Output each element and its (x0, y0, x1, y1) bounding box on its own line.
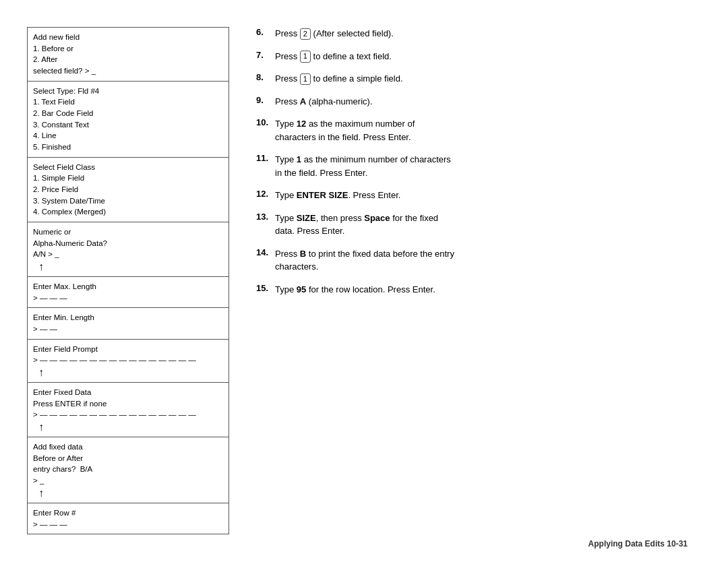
step-14: 14. Press B to print the fixed data befo… (256, 247, 688, 274)
right-column: 6. Press 2 (After selected field). 7. Pr… (249, 27, 688, 535)
step-number-11: 11. (256, 153, 275, 163)
panel-max-length: Enter Max. Length > — — — (27, 277, 229, 308)
arrow-up-icon3: ↑ (38, 422, 44, 433)
step-text-11: Type 1 as the minimum number of characte… (275, 153, 451, 179)
footer: Applying Data Edits 10-31 (588, 539, 688, 549)
step-number-13: 13. (256, 212, 275, 222)
step-15: 15. Type 95 for the row location. Press … (256, 283, 688, 296)
step-number-6: 6. (256, 27, 275, 37)
step-8: 8. Press 1 to define a simple field. (256, 72, 688, 86)
step-text-10: Type 12 as the maximum number of charact… (275, 117, 415, 144)
step-7: 7. Press 1 to define a text field. (256, 50, 688, 63)
panel-field-prompt: Enter Field Prompt > — — — — — — — — — —… (27, 340, 229, 383)
panel-fixed-data: Enter Fixed Data Press ENTER if none > —… (27, 383, 229, 437)
step-number-12: 12. (256, 189, 275, 199)
panel-numeric: Numeric or Alpha-Numeric Data? A/N > _ ↑ (27, 222, 229, 277)
key-2: 2 (300, 28, 311, 40)
step-text-13: Type SIZE, then press Space for the fixe… (275, 212, 438, 238)
panel-min-length: Enter Min. Length > — — (27, 308, 229, 339)
panel-add-new-field: Add new field 1. Before or 2. After sele… (27, 27, 229, 82)
step-text-6: Press 2 (After selected field). (275, 27, 394, 40)
footer-page: 10-31 (667, 539, 688, 549)
key-1-text: 1 (300, 51, 311, 62)
step-12: 12. Type ENTER SIZE. Press Enter. (256, 189, 688, 202)
step-13: 13. Type SIZE, then press Space for the … (256, 212, 688, 238)
panel-add-fixed-data: Add fixed data Before or After entry cha… (27, 437, 229, 503)
arrow-up-icon4: ↑ (38, 488, 44, 499)
step-6: 6. Press 2 (After selected field). (256, 27, 688, 40)
step-number-9: 9. (256, 95, 275, 105)
step-text-15: Type 95 for the row location. Press Ente… (275, 283, 435, 296)
left-column: Add new field 1. Before or 2. After sele… (27, 27, 229, 535)
step-text-7: Press 1 to define a text field. (275, 50, 392, 63)
step-11: 11. Type 1 as the minimum number of char… (256, 153, 688, 179)
step-number-10: 10. (256, 117, 275, 127)
step-10: 10. Type 12 as the maximum number of cha… (256, 117, 688, 144)
footer-text: Applying Data Edits (588, 539, 665, 549)
panel-row: Enter Row # > — — — (27, 503, 229, 534)
step-number-8: 8. (256, 72, 275, 82)
step-text-9: Press A (alpha-numeric). (275, 95, 373, 108)
panel-select-type: Select Type: Fld #4 1. Text Field 2. Bar… (27, 82, 229, 158)
step-text-14: Press B to print the fixed data before t… (275, 247, 454, 274)
step-text-12: Type ENTER SIZE. Press Enter. (275, 189, 400, 202)
step-number-7: 7. (256, 50, 275, 60)
arrow-up-icon: ↑ (38, 261, 44, 272)
panel-select-field-class: Select Field Class 1. Simple Field 2. Pr… (27, 158, 229, 222)
arrow-up-icon2: ↑ (38, 367, 44, 378)
key-1-simple: 1 (300, 73, 311, 85)
step-number-14: 14. (256, 247, 275, 257)
step-number-15: 15. (256, 283, 275, 293)
step-9: 9. Press A (alpha-numeric). (256, 95, 688, 108)
step-text-8: Press 1 to define a simple field. (275, 72, 403, 86)
